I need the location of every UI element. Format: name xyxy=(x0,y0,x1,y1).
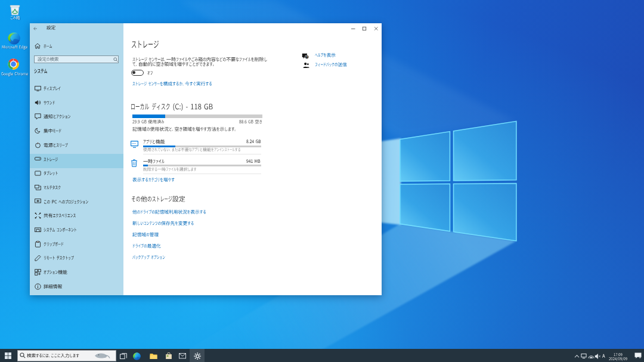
svg-text:?: ? xyxy=(306,55,308,58)
